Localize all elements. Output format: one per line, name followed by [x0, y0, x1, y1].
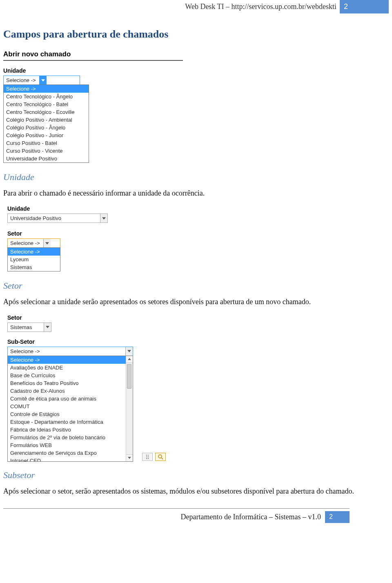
list-item[interactable]: Gerenciamento de Serviços da Expo — [8, 449, 126, 457]
search-icon[interactable] — [155, 453, 166, 461]
header-page-badge: 2 — [340, 0, 389, 13]
list-item[interactable]: Colégio Positivo - Junior — [4, 131, 89, 139]
scroll-thumb[interactable] — [127, 364, 131, 389]
list-item[interactable]: Curso Positivo - Batel — [4, 139, 89, 147]
label-subsetor: Sub-Setor — [7, 338, 389, 345]
list-item[interactable]: Fábrica de Ideias Positivo — [8, 426, 126, 434]
setor-dropdown[interactable]: Selecione -> — [7, 238, 60, 248]
unidade-dropdown[interactable]: Selecione -> — [3, 76, 80, 85]
list-item[interactable]: Selecione -> — [8, 248, 60, 256]
chevron-down-icon[interactable] — [125, 347, 133, 356]
setor-options-list[interactable]: Selecione -> Lyceum Sistemas — [7, 247, 60, 271]
unidade-dropdown-selected[interactable]: Universidade Positivo — [7, 214, 108, 223]
setor-dropdown-value: Sistemas — [8, 323, 44, 332]
chevron-down-icon[interactable] — [39, 76, 47, 85]
svg-line-7 — [161, 458, 163, 459]
setor-dropdown-selected[interactable]: Sistemas — [7, 323, 51, 332]
svg-rect-5 — [148, 458, 149, 459]
footer-page-badge: 2 — [325, 511, 350, 523]
label-setor: Setor — [7, 230, 389, 237]
scroll-down-icon[interactable] — [126, 454, 133, 461]
list-item[interactable]: Benefícios do Teatro Positivo — [8, 379, 126, 387]
scroll-up-icon[interactable] — [126, 356, 133, 363]
page-header: Web Desk TI – http://servicos.up.com.br/… — [3, 0, 389, 13]
list-item[interactable]: Intranet CED — [8, 457, 126, 462]
footer-rule — [3, 508, 350, 509]
setor-dropdown-value: Selecione -> — [8, 239, 43, 247]
list-item[interactable]: Avaliações do ENADE — [8, 364, 126, 372]
page-footer: Departamento de Informática – Sistemas –… — [3, 511, 389, 523]
form-title: Abrir novo chamado — [3, 50, 389, 58]
svg-rect-1 — [148, 455, 149, 456]
list-item[interactable]: Estoque - Departamento de Informática — [8, 418, 126, 426]
subheading-setor: Setor — [3, 280, 389, 291]
subsetor-dropdown-value: Selecione -> — [8, 347, 125, 356]
list-item[interactable]: Selecione -> — [4, 85, 89, 93]
subheading-unidade: Unidade — [3, 172, 389, 182]
label-unidade: Unidade — [3, 67, 389, 74]
list-item[interactable]: Universidade Positivo — [4, 155, 89, 162]
list-item[interactable]: Controle de Estágios — [8, 410, 126, 418]
divider — [3, 60, 183, 61]
footer-text: Departamento de Informática – Sistemas –… — [181, 511, 325, 523]
subsetor-dropdown[interactable]: Selecione -> — [7, 347, 133, 356]
paragraph-setor: Após selecionar a unidade serão apresent… — [3, 297, 389, 307]
grip-icon — [142, 453, 153, 461]
form-unidade-setor: Unidade Universidade Positivo Setor Sele… — [3, 205, 389, 271]
paragraph-subsetor: Após selecionar o setor, serão apresenta… — [3, 486, 389, 496]
section-heading: Campos para abertura de chamados — [3, 28, 389, 40]
list-item[interactable]: Centro Tecnológico - Ângelo — [4, 93, 89, 100]
chevron-down-icon[interactable] — [43, 239, 51, 247]
label-setor: Setor — [7, 314, 389, 321]
list-item[interactable]: COMUT — [8, 403, 126, 410]
list-item[interactable]: Formulários WEB — [8, 441, 126, 449]
list-item[interactable]: Cadastro de Ex-Alunos — [8, 387, 126, 395]
label-unidade: Unidade — [7, 205, 389, 212]
unidade-options-list[interactable]: Selecione -> Centro Tecnológico - Ângelo… — [3, 85, 89, 163]
list-item[interactable]: Colégio Positivo - Ângelo — [4, 124, 89, 131]
subsetor-options-list[interactable]: Selecione -> Avaliações do ENADE Base de… — [7, 356, 133, 462]
scrollbar[interactable] — [126, 356, 133, 461]
form-abrir-chamado: Abrir novo chamado Unidade Selecione -> … — [3, 50, 389, 163]
chevron-down-icon[interactable] — [100, 214, 107, 223]
header-title: Web Desk TI – http://servicos.up.com.br/… — [3, 0, 340, 13]
svg-rect-3 — [148, 456, 149, 457]
subheading-subsetor: Subsetor — [3, 470, 389, 481]
svg-point-6 — [158, 455, 162, 458]
list-item[interactable]: Lyceum — [8, 256, 60, 263]
list-item[interactable]: Centro Tecnológico - Batel — [4, 100, 89, 108]
unidade-dropdown-value: Universidade Positivo — [8, 214, 100, 223]
list-item[interactable]: Base de Currículos — [8, 372, 126, 379]
form-setor-subsetor: Setor Sistemas Sub-Setor Selecione -> Se… — [3, 314, 389, 461]
list-item[interactable]: Selecione -> — [8, 356, 126, 364]
svg-rect-0 — [146, 455, 147, 456]
chevron-down-icon[interactable] — [44, 323, 51, 332]
unidade-dropdown-value: Selecione -> — [4, 76, 39, 85]
partial-toolbar-fragment — [142, 453, 389, 461]
list-item[interactable]: Curso Positivo - Vicente — [4, 147, 89, 155]
list-item[interactable]: Comitê de ética para uso de animais — [8, 395, 126, 403]
paragraph-unidade: Para abrir o chamado é necessário inform… — [3, 188, 389, 198]
list-item[interactable]: Sistemas — [8, 263, 60, 271]
list-item[interactable]: Centro Tecnológico - Ecoville — [4, 108, 89, 116]
svg-rect-4 — [146, 458, 147, 459]
list-item[interactable]: Formulários de 2º via de boleto bancário — [8, 434, 126, 441]
list-item[interactable]: Colégio Positivo - Ambiental — [4, 116, 89, 124]
svg-rect-2 — [146, 456, 147, 457]
